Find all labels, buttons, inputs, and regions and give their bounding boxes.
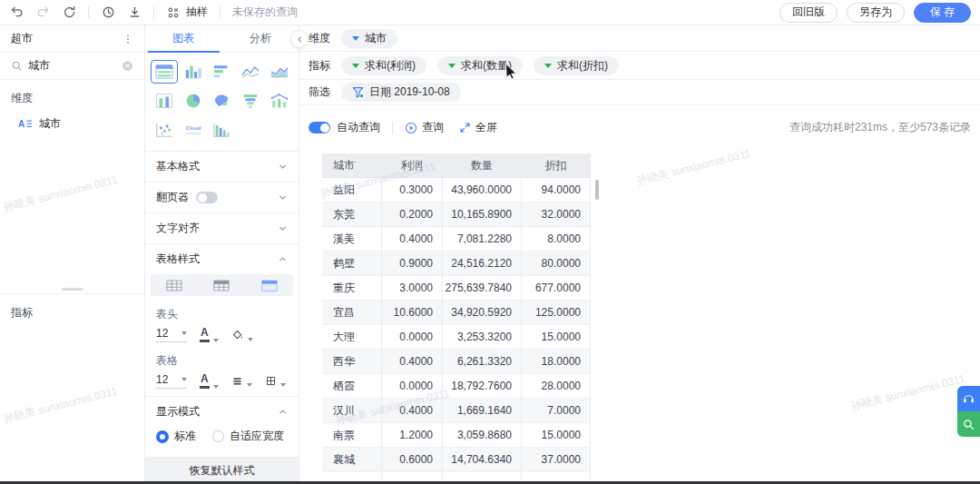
chart-type-frame-column-icon[interactable] [151, 89, 178, 113]
dimension-chip[interactable]: 城市 [341, 29, 397, 48]
more-menu-icon[interactable] [122, 33, 133, 45]
run-query-button[interactable]: 查询 [405, 120, 444, 135]
metric-chip[interactable]: 求和(利润) [341, 56, 426, 75]
table-cell: 125.0000 [522, 301, 591, 325]
download-icon[interactable] [127, 5, 142, 20]
redo-icon[interactable] [35, 5, 50, 20]
auto-query-toggle[interactable] [309, 122, 330, 133]
svg-text:word data: word data [186, 132, 201, 135]
reset-default-style-button[interactable]: 恢复默认样式 [145, 457, 299, 484]
table-row: 益阳0.300043,960.000094.0000 [322, 178, 593, 202]
table-cell: 0.2000 [382, 202, 443, 227]
body-font-color-picker[interactable]: A [200, 373, 219, 389]
table-style-plain-icon[interactable] [165, 279, 183, 292]
query-canvas: 维度 城市 指标 求和(利润)求和(数量)求和(折扣) 筛选 日期 2019-1… [299, 25, 980, 481]
body-style-controls: 12 A [145, 372, 299, 396]
chart-type-waterfall-icon[interactable] [209, 118, 236, 142]
chart-type-line-icon[interactable] [237, 60, 264, 84]
support-button[interactable] [957, 386, 980, 411]
table-row: 栖霞0.000018,792.760028.0000 [322, 374, 593, 399]
table-cell: 677.0000 [522, 276, 591, 301]
history-icon[interactable] [101, 5, 115, 20]
table-cell: 宜昌 [322, 301, 382, 325]
pager-toggle[interactable] [196, 192, 218, 203]
metric-shelf: 指标 求和(利润)求和(数量)求和(折扣) [299, 52, 980, 80]
svg-text:A: A [18, 119, 24, 129]
filter-shelf: 筛选 日期 2019-10-08 [299, 80, 980, 105]
collapse-panel-button[interactable] [290, 30, 309, 48]
header-font-color-picker[interactable]: A [200, 327, 219, 342]
unsaved-query-label: 未保存的查询 [232, 5, 298, 20]
header-font-size-select[interactable]: 12 [156, 327, 187, 342]
refresh-icon[interactable] [62, 5, 76, 20]
chevron-down-icon [181, 378, 187, 381]
radio-standard[interactable]: 标准 [156, 429, 196, 444]
table-row: 大理0.00003,253.320015.0000 [322, 325, 593, 350]
table-cell: 鹤壁 [322, 252, 382, 276]
table-cell: 7.0000 [522, 399, 591, 423]
table-cell: 6,261.3320 [443, 350, 522, 374]
section-pager[interactable]: 翻页器 [145, 182, 299, 212]
table-style-zebra-icon[interactable] [260, 279, 279, 292]
tab-chart[interactable]: 图表 [145, 25, 222, 52]
table-cell: 8.0000 [522, 227, 591, 252]
revert-old-version-button[interactable]: 回旧版 [779, 3, 838, 23]
table-cell: 10.6000 [382, 301, 443, 325]
table-scrollbar-thumb[interactable] [595, 180, 599, 200]
table-cell: 溪美 [322, 227, 382, 252]
row-style-select[interactable] [231, 375, 252, 387]
sampling-button[interactable]: 抽样 [166, 5, 208, 20]
chevron-down-icon[interactable] [352, 64, 359, 68]
display-mode-options: 标准 自适应宽度 [145, 427, 299, 453]
chart-type-bar-icon[interactable] [209, 60, 236, 84]
tab-analysis[interactable]: 分析 [222, 25, 299, 52]
table-cell: 15.0000 [522, 325, 591, 350]
querybar-divider [392, 122, 393, 134]
chart-type-column-icon[interactable] [180, 60, 207, 84]
clear-search-icon[interactable] [122, 60, 133, 72]
app-root: 抽样 未保存的查询 回旧版 另存为 保存 超市 维度 [0, 0, 980, 484]
section-display-mode[interactable]: 显示模式 [145, 396, 299, 427]
section-basic-format[interactable]: 基本格式 [145, 151, 299, 182]
chart-type-word-cloud-icon[interactable]: Cloudword data [180, 118, 207, 142]
chevron-down-icon [181, 331, 187, 335]
save-as-button[interactable]: 另存为 [847, 3, 905, 23]
chevron-down-icon[interactable] [544, 64, 552, 68]
search-input[interactable] [28, 60, 116, 73]
filter-chip[interactable]: 日期 2019-10-08 [341, 83, 461, 102]
chart-type-combo-icon[interactable] [266, 89, 293, 113]
border-style-select[interactable] [265, 375, 286, 387]
chevron-down-icon[interactable] [448, 64, 456, 68]
metric-chip[interactable]: 求和(折扣) [534, 56, 619, 75]
chevron-down-icon [278, 162, 288, 172]
table-cell: 15.0000 [522, 423, 591, 448]
chart-type-area-icon[interactable] [266, 60, 293, 84]
table-style-dark-header-icon[interactable] [212, 279, 230, 292]
table-row: 南票1.20003,059.868015.0000 [322, 423, 593, 448]
chevron-down-icon[interactable] [352, 36, 359, 41]
table-cell: 0.4000 [382, 399, 443, 423]
metrics-section-label: 指标 [0, 294, 144, 331]
section-table-style[interactable]: 表格样式 [145, 243, 299, 274]
quick-search-button[interactable] [957, 411, 980, 437]
chart-type-funnel-icon[interactable] [237, 89, 264, 113]
table-cell: 东莞 [322, 202, 382, 227]
radio-adaptive-width[interactable]: 自适应宽度 [212, 429, 284, 444]
chart-type-pie-icon[interactable] [180, 89, 207, 113]
table-cell [522, 472, 591, 481]
chart-type-scatter-icon[interactable] [151, 118, 178, 142]
undo-icon[interactable] [9, 5, 24, 20]
chart-type-table-icon[interactable] [151, 60, 178, 84]
header-style-controls: 12 A [145, 326, 299, 350]
dimension-field-city[interactable]: A 城市 [0, 112, 144, 135]
table-row: 襄城0.600014,704.634037.0000 [322, 448, 593, 472]
chart-type-map-icon[interactable] [209, 89, 236, 113]
table-cell: 襄城 [322, 448, 382, 472]
section-text-align[interactable]: 文字对齐 [145, 212, 299, 243]
header-fill-color-picker[interactable] [231, 329, 253, 341]
fullscreen-button[interactable]: 全屏 [459, 120, 497, 135]
resize-handle[interactable] [62, 288, 83, 291]
save-button[interactable]: 保存 [914, 3, 971, 23]
body-font-size-select[interactable]: 12 [156, 373, 187, 389]
metric-chip[interactable]: 求和(数量) [437, 56, 523, 75]
